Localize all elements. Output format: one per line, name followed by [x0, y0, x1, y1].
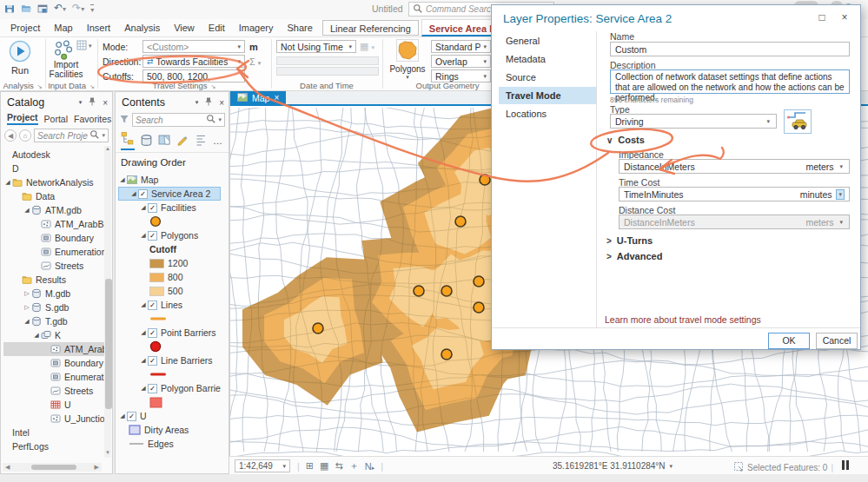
- learn-more-link[interactable]: Learn more about travel mode settings: [605, 314, 761, 325]
- catalog-item-u[interactable]: U: [3, 398, 104, 412]
- contents-search-input[interactable]: ▾: [132, 113, 225, 127]
- catalog-item-data[interactable]: Data: [3, 189, 104, 203]
- ribbon-tab-project[interactable]: Project: [3, 19, 47, 36]
- ribbon-tab-share[interactable]: Share: [281, 19, 320, 36]
- line-orange-symbol[interactable]: [149, 316, 167, 321]
- mode-dropdown[interactable]: <Custom>▾: [142, 40, 245, 53]
- expander-icon[interactable]: ▷: [23, 290, 31, 297]
- catalog-item-networkanalysis[interactable]: ◢NetworkAnalysis: [3, 175, 104, 189]
- impedance-dropdown[interactable]: DistanceInMeters meters▾: [619, 159, 850, 174]
- visibility-checkbox[interactable]: ✓: [148, 203, 157, 213]
- catalog-item-u-junctions[interactable]: U_Junctions: [3, 412, 104, 426]
- pin-icon[interactable]: [203, 96, 214, 109]
- expander-icon[interactable]: ◢: [139, 232, 148, 239]
- visibility-checkbox[interactable]: ✓: [127, 412, 136, 421]
- contents-item-map[interactable]: ◢Map: [118, 173, 221, 187]
- contents-item-polygons[interactable]: ◢✓Polygons: [118, 228, 221, 242]
- square-red-symbol[interactable]: [149, 397, 162, 408]
- catalog-item-k[interactable]: ◢K: [3, 328, 104, 342]
- list-by-drawing-order-icon[interactable]: [121, 131, 135, 150]
- contents-item-line-barriers[interactable]: ◢✓Line Barriers: [118, 353, 221, 367]
- travel-mode-gallery-button[interactable]: [784, 109, 812, 134]
- contents-item-lines[interactable]: ◢✓Lines: [118, 298, 221, 312]
- visibility-checkbox[interactable]: ✓: [148, 300, 157, 310]
- dialog-nav-locations[interactable]: Locations: [499, 105, 596, 122]
- catalog-item-streets[interactable]: Streets: [3, 384, 104, 398]
- expander-icon[interactable]: ◢: [139, 385, 148, 392]
- expander-icon[interactable]: ◢: [23, 318, 31, 325]
- catalog-item-results[interactable]: Results: [3, 273, 104, 287]
- ribbon-tab-analysis[interactable]: Analysis: [117, 19, 167, 36]
- close-icon[interactable]: ×: [838, 11, 851, 23]
- close-icon[interactable]: ×: [219, 98, 224, 108]
- cancel-button[interactable]: Cancel: [816, 333, 858, 349]
- symbol-line-red[interactable]: [118, 367, 221, 381]
- save-as-icon[interactable]: [37, 3, 48, 14]
- close-icon[interactable]: ×: [274, 93, 279, 102]
- catalog-item-perflogs[interactable]: PerfLogs: [3, 439, 104, 453]
- symbol-facility-point[interactable]: [118, 215, 221, 228]
- ribbon-tab-insert[interactable]: Insert: [80, 19, 118, 36]
- catalog-item-streets[interactable]: Streets: [3, 259, 104, 273]
- list-by-selection-icon[interactable]: [158, 134, 171, 149]
- customize-qat-icon[interactable]: ▾: [90, 4, 94, 14]
- direction-dropdown[interactable]: ⇄ Towards Facilities▾: [142, 55, 245, 68]
- back-icon[interactable]: ◀: [4, 129, 17, 142]
- precision-dropdown[interactable]: Standard Precision▾: [431, 40, 491, 53]
- description-input[interactable]: Collection of network dataset settings t…: [610, 69, 850, 94]
- sigma-icon[interactable]: Σ ▾: [249, 56, 261, 67]
- selected-features-indicator[interactable]: Selected Features: 0 |: [733, 461, 833, 473]
- catalog-tab-favorites[interactable]: Favorites: [74, 114, 111, 124]
- legend-entry-800[interactable]: 800: [118, 270, 221, 284]
- expander-icon[interactable]: ◢: [139, 301, 148, 308]
- catalog-tab-project[interactable]: Project: [7, 112, 38, 125]
- new-layout-icon[interactable]: ⊞: [306, 460, 314, 472]
- catalog-item-boundary[interactable]: Boundary: [3, 231, 104, 245]
- catalog-item-enumerationar[interactable]: EnumerationAr: [3, 245, 104, 259]
- visibility-checkbox[interactable]: ✓: [148, 356, 157, 366]
- catalog-item-intel[interactable]: Intel: [3, 426, 104, 439]
- catalog-item-m-gdb[interactable]: ▷M.gdb: [3, 287, 104, 300]
- contents-item-dirty-areas[interactable]: Dirty Areas: [118, 423, 221, 437]
- catalog-item-boundary[interactable]: Boundary: [3, 356, 104, 370]
- expander-icon[interactable]: ◢: [139, 329, 148, 336]
- catalog-item-atm-arabb[interactable]: ATM_ArabB: [3, 342, 104, 356]
- expander-icon[interactable]: ◢: [23, 207, 31, 214]
- ribbon-tab-linear-referencing[interactable]: Linear Referencing: [322, 20, 419, 36]
- catalog-item-atm-gdb[interactable]: ◢ATM.gdb: [3, 203, 104, 217]
- contents-item-edges[interactable]: Edges: [118, 437, 221, 451]
- contents-item-service-area-2[interactable]: ◢✓Service Area 2: [118, 187, 221, 201]
- map-view-tab[interactable]: Map ×: [230, 91, 286, 104]
- facility-point-symbol[interactable]: [149, 215, 162, 228]
- catalog-item-autodesk[interactable]: Autodesk: [3, 148, 104, 162]
- catalog-item-t-gdb[interactable]: ◢T.gdb: [3, 314, 104, 328]
- dialog-nav-source[interactable]: Source: [499, 69, 596, 86]
- ribbon-tab-edit[interactable]: Edit: [202, 19, 232, 36]
- symbol-square-red[interactable]: [118, 395, 221, 409]
- point-red-symbol[interactable]: [149, 340, 162, 353]
- redo-icon[interactable]: ↷▾: [72, 2, 84, 16]
- name-input[interactable]: Custom: [610, 42, 850, 56]
- chevron-down-icon[interactable]: ▾: [195, 99, 199, 106]
- import-facilities-button[interactable]: [52, 39, 73, 62]
- catalog-search-input[interactable]: ▾: [34, 129, 109, 142]
- contents-item-point-barriers[interactable]: ◢✓Point Barriers: [118, 326, 221, 340]
- undo-icon[interactable]: ↶▾: [54, 2, 66, 16]
- expander-icon[interactable]: ◢: [118, 413, 127, 419]
- dialog-nav-travel-mode[interactable]: Travel Mode: [499, 87, 596, 104]
- collapse-all-icon[interactable]: ⌂: [19, 129, 31, 142]
- symbol-point-red[interactable]: [118, 340, 221, 353]
- ribbon-tab-map[interactable]: Map: [47, 19, 79, 36]
- type-dropdown[interactable]: Driving▾: [610, 114, 777, 129]
- visibility-checkbox[interactable]: ✓: [148, 231, 157, 241]
- catalog-item-d[interactable]: D: [3, 162, 104, 175]
- coordinates-display[interactable]: 35.1619281°E 31.9110284°N▾: [553, 461, 673, 471]
- ribbon-tab-view[interactable]: View: [167, 19, 202, 36]
- catalog-horizontal-scrollbar[interactable]: ◀▶: [3, 463, 102, 472]
- contents-item-u[interactable]: ◢✓U: [118, 409, 221, 423]
- advanced-section-header[interactable]: >Advanced: [606, 251, 662, 261]
- pin-icon[interactable]: [87, 96, 97, 109]
- catalog-item-enumeratio[interactable]: Enumeratio: [3, 370, 104, 384]
- expander-icon[interactable]: ◢: [32, 332, 41, 339]
- catalog-scrollbar-thumb[interactable]: [105, 279, 112, 409]
